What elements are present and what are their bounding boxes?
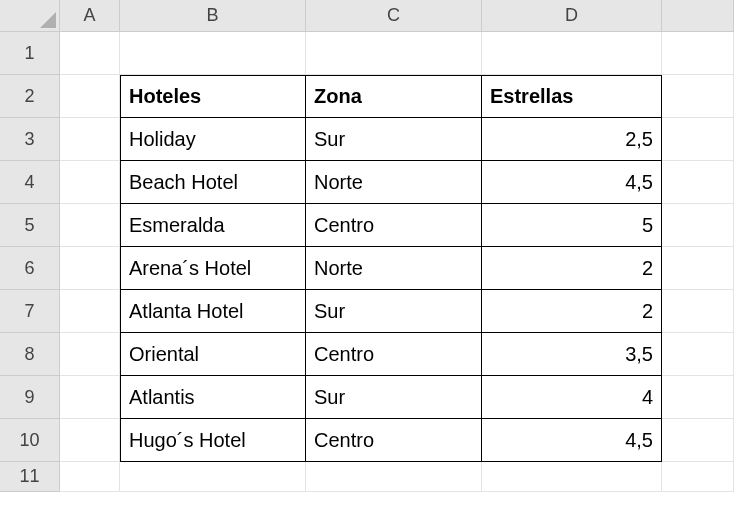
- select-all-corner[interactable]: [0, 0, 60, 32]
- cell-A10[interactable]: [60, 419, 120, 462]
- cell-A1[interactable]: [60, 32, 120, 75]
- cell-B7[interactable]: Atlanta Hotel: [120, 290, 306, 333]
- cell-C2[interactable]: Zona: [306, 75, 482, 118]
- cell-E5[interactable]: [662, 204, 734, 247]
- row-header-7[interactable]: 7: [0, 290, 60, 333]
- row-header-10[interactable]: 10: [0, 419, 60, 462]
- cell-A9[interactable]: [60, 376, 120, 419]
- cell-D11[interactable]: [482, 462, 662, 492]
- cell-B10[interactable]: Hugo´s Hotel: [120, 419, 306, 462]
- cell-E11[interactable]: [662, 462, 734, 492]
- cell-A6[interactable]: [60, 247, 120, 290]
- column-header-C[interactable]: C: [306, 0, 482, 32]
- column-header-B[interactable]: B: [120, 0, 306, 32]
- cell-A3[interactable]: [60, 118, 120, 161]
- cell-E8[interactable]: [662, 333, 734, 376]
- cell-C8[interactable]: Centro: [306, 333, 482, 376]
- cell-C4[interactable]: Norte: [306, 161, 482, 204]
- cell-B1[interactable]: [120, 32, 306, 75]
- cell-D10[interactable]: 4,5: [482, 419, 662, 462]
- cell-C11[interactable]: [306, 462, 482, 492]
- column-headers: A B C D: [60, 0, 734, 32]
- grid: Hoteles Zona Estrellas Holiday Sur 2,5 B…: [60, 32, 734, 508]
- cell-B6[interactable]: Arena´s Hotel: [120, 247, 306, 290]
- cell-B4[interactable]: Beach Hotel: [120, 161, 306, 204]
- cell-E2[interactable]: [662, 75, 734, 118]
- cell-D3[interactable]: 2,5: [482, 118, 662, 161]
- row-headers: 1 2 3 4 5 6 7 8 9 10 11: [0, 32, 60, 492]
- cell-E4[interactable]: [662, 161, 734, 204]
- cell-C1[interactable]: [306, 32, 482, 75]
- cell-E9[interactable]: [662, 376, 734, 419]
- cell-B2[interactable]: Hoteles: [120, 75, 306, 118]
- cell-E10[interactable]: [662, 419, 734, 462]
- cell-D8[interactable]: 3,5: [482, 333, 662, 376]
- row-header-1[interactable]: 1: [0, 32, 60, 75]
- cell-C3[interactable]: Sur: [306, 118, 482, 161]
- column-header-A[interactable]: A: [60, 0, 120, 32]
- cell-D5[interactable]: 5: [482, 204, 662, 247]
- svg-marker-0: [40, 12, 56, 28]
- row-header-5[interactable]: 5: [0, 204, 60, 247]
- cell-E6[interactable]: [662, 247, 734, 290]
- cell-A11[interactable]: [60, 462, 120, 492]
- cell-C5[interactable]: Centro: [306, 204, 482, 247]
- row-header-3[interactable]: 3: [0, 118, 60, 161]
- column-header-D[interactable]: D: [482, 0, 662, 32]
- cell-D2[interactable]: Estrellas: [482, 75, 662, 118]
- cell-C6[interactable]: Norte: [306, 247, 482, 290]
- cell-E3[interactable]: [662, 118, 734, 161]
- select-all-icon: [40, 12, 56, 28]
- cell-C7[interactable]: Sur: [306, 290, 482, 333]
- cell-D9[interactable]: 4: [482, 376, 662, 419]
- cell-B5[interactable]: Esmeralda: [120, 204, 306, 247]
- cell-D6[interactable]: 2: [482, 247, 662, 290]
- cell-D7[interactable]: 2: [482, 290, 662, 333]
- cell-A8[interactable]: [60, 333, 120, 376]
- row-header-9[interactable]: 9: [0, 376, 60, 419]
- cell-E1[interactable]: [662, 32, 734, 75]
- cell-B9[interactable]: Atlantis: [120, 376, 306, 419]
- cell-A2[interactable]: [60, 75, 120, 118]
- cell-B8[interactable]: Oriental: [120, 333, 306, 376]
- cell-C9[interactable]: Sur: [306, 376, 482, 419]
- column-header-next[interactable]: [662, 0, 734, 32]
- cell-B3[interactable]: Holiday: [120, 118, 306, 161]
- cell-D1[interactable]: [482, 32, 662, 75]
- cell-A5[interactable]: [60, 204, 120, 247]
- cell-A4[interactable]: [60, 161, 120, 204]
- cell-C10[interactable]: Centro: [306, 419, 482, 462]
- row-header-6[interactable]: 6: [0, 247, 60, 290]
- row-header-4[interactable]: 4: [0, 161, 60, 204]
- row-header-8[interactable]: 8: [0, 333, 60, 376]
- cell-A7[interactable]: [60, 290, 120, 333]
- row-header-11[interactable]: 11: [0, 462, 60, 492]
- cell-B11[interactable]: [120, 462, 306, 492]
- cell-E7[interactable]: [662, 290, 734, 333]
- row-header-2[interactable]: 2: [0, 75, 60, 118]
- cell-D4[interactable]: 4,5: [482, 161, 662, 204]
